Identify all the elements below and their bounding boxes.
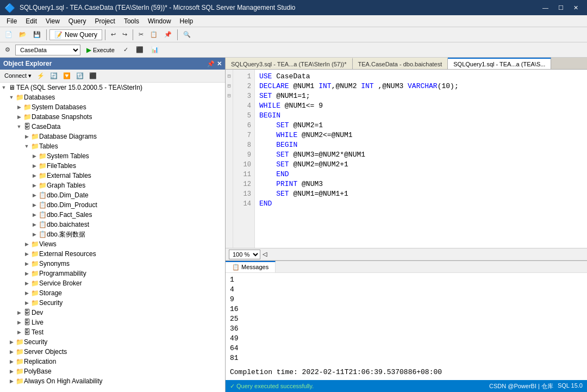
code-line[interactable]: SET @NUM2=1 <box>259 121 583 130</box>
tree-expander[interactable]: ▶ <box>23 271 30 276</box>
code-line[interactable]: DECLARE @NUM1 INT,@NUM2 INT ,@NUM3 VARCH… <box>259 82 583 91</box>
tree-expander[interactable]: ▶ <box>30 173 38 178</box>
menu-item-query[interactable]: Query <box>64 16 91 26</box>
oe-pin-button[interactable]: 📌 <box>207 60 215 67</box>
code-line[interactable]: END <box>259 170 583 179</box>
code-line[interactable]: SET @NUM2=@NUM2+1 <box>259 160 583 170</box>
code-line[interactable]: WHILE @NUM2<=@NUM1 <box>259 130 583 140</box>
tree-expander[interactable]: ▶ <box>30 183 38 188</box>
tree-item[interactable]: ▼🖥TEA (SQL Server 15.0.2000.5 - TEA\Ster… <box>0 83 225 92</box>
menu-item-tools[interactable]: Tools <box>120 16 143 26</box>
code-line[interactable]: USE CaseData <box>259 72 583 82</box>
save-button[interactable]: 💾 <box>30 29 43 41</box>
tree-item[interactable]: ▶📋dbo.Dim_Product <box>0 200 225 210</box>
editor-tab[interactable]: SQLQuery1.sql - TEA...a (TEA\S... <box>448 58 551 69</box>
menu-item-file[interactable]: File <box>2 16 21 26</box>
tree-item[interactable]: ▶📁FileTables <box>0 161 225 171</box>
tree-item[interactable]: ▶📁System Databases <box>0 102 225 112</box>
tree-item[interactable]: ▶📁Security <box>0 298 225 308</box>
tree-expander[interactable]: ▶ <box>15 104 23 110</box>
tree-item[interactable]: ▶🗄Dev <box>0 308 225 318</box>
new-file-button[interactable]: 📄 <box>2 29 15 41</box>
tree-item[interactable]: ▶📁Database Snapshots <box>0 112 225 122</box>
code-line[interactable]: BEGIN <box>259 140 583 150</box>
tree-expander[interactable]: ▶ <box>30 222 38 227</box>
code-editor[interactable]: ⊟ ⊟ ⊟ 1234567891011121314 USE CaseDataDE… <box>226 70 587 248</box>
cut-button[interactable]: ✂ <box>136 29 146 41</box>
tree-expander[interactable]: ▶ <box>30 232 38 237</box>
tree-item[interactable]: ▶📁External Resources <box>0 249 225 259</box>
tree-item[interactable]: ▶📁Security <box>0 337 225 347</box>
sync-button[interactable]: 🔃 <box>74 71 86 80</box>
new-query-button[interactable]: 📝 New Query <box>49 29 102 40</box>
code-line[interactable]: PRINT @NUM3 <box>259 179 583 189</box>
minimize-button[interactable]: — <box>538 3 553 13</box>
filter-button[interactable]: 🔽 <box>61 71 73 80</box>
tree-expander[interactable]: ▶ <box>23 251 30 257</box>
code-line[interactable]: SET @NUM1=@NUM1+1 <box>259 189 583 199</box>
code-line[interactable]: END <box>259 199 583 209</box>
tree-expander[interactable]: ▶ <box>8 378 15 384</box>
tree-expander[interactable]: ▶ <box>15 310 23 315</box>
undo-button[interactable]: ↩ <box>108 29 118 41</box>
execute-button[interactable]: ▶ Execute <box>83 45 118 55</box>
tree-expander[interactable]: ▶ <box>23 261 30 266</box>
tree-expander[interactable]: ▶ <box>8 339 15 345</box>
tree-item[interactable]: ▶📁Programmability <box>0 269 225 278</box>
window-controls[interactable]: — ☐ ✕ <box>538 3 583 13</box>
tree-expander[interactable]: ▼ <box>0 85 8 90</box>
tree-expander[interactable]: ▶ <box>23 290 30 296</box>
code-line[interactable]: SET @NUM3=@NUM2*@NUM1 <box>259 150 583 160</box>
tree-item[interactable]: ▶📁PolyBase <box>0 366 225 376</box>
oe-close-button[interactable]: ✕ <box>217 60 222 67</box>
close-button[interactable]: ✕ <box>569 3 583 13</box>
tree-expander[interactable]: ▶ <box>30 212 38 217</box>
tree-item[interactable]: ▶📁Server Objects <box>0 347 225 357</box>
tree-expander[interactable]: ▶ <box>23 281 30 286</box>
tree-item[interactable]: ▶📁Database Diagrams <box>0 132 225 141</box>
tree-expander[interactable]: ▶ <box>8 349 15 354</box>
menu-item-window[interactable]: Window <box>143 16 176 26</box>
tree-expander[interactable]: ▶ <box>8 359 15 364</box>
tree-item[interactable]: ▼📁Databases <box>0 92 225 102</box>
editor-tab[interactable]: SQLQuery3.sql - TEA...a (TEA\SterIn (57)… <box>226 58 353 69</box>
menu-item-help[interactable]: Help <box>176 16 198 26</box>
tree-item[interactable]: ▶📁External Tables <box>0 171 225 181</box>
connect-button[interactable]: Connect ▾ <box>2 71 34 80</box>
tree-item[interactable]: ▼🗄CaseData <box>0 122 225 132</box>
stop-button[interactable]: ⬛ <box>133 44 146 56</box>
tree-expander[interactable]: ▶ <box>23 300 30 306</box>
tree-expander[interactable]: ▼ <box>8 95 15 100</box>
tree-item[interactable]: ▼📁Tables <box>0 141 225 151</box>
tree-item[interactable]: ▶🗄Test <box>0 327 225 337</box>
tree-expander[interactable]: ▶ <box>30 192 38 198</box>
redo-button[interactable]: ↪ <box>120 29 130 41</box>
tree-item[interactable]: ▶📁Storage <box>0 288 225 298</box>
database-selector[interactable]: CaseData <box>15 45 80 55</box>
object-explorer-tree[interactable]: ▼🖥TEA (SQL Server 15.0.2000.5 - TEA\Ster… <box>0 83 225 392</box>
stop-oe-button[interactable]: ⬛ <box>87 71 99 80</box>
tree-item[interactable]: ▶📁System Tables <box>0 151 225 161</box>
tree-expander[interactable]: ▶ <box>15 320 23 325</box>
tree-expander[interactable]: ▶ <box>30 163 38 169</box>
tree-expander[interactable]: ▼ <box>23 144 30 149</box>
code-line[interactable]: BEGIN <box>259 111 583 121</box>
tree-expander[interactable]: ▶ <box>15 114 23 120</box>
tree-expander[interactable]: ▶ <box>23 241 30 247</box>
tree-item[interactable]: ▶📁Replication <box>0 357 225 366</box>
maximize-button[interactable]: ☐ <box>554 3 568 13</box>
copy-button[interactable]: 📋 <box>147 29 160 41</box>
tree-expander[interactable]: ▶ <box>8 369 15 374</box>
code-line[interactable]: SET @NUM1=1; <box>259 91 583 101</box>
settings-button[interactable]: ⚙ <box>2 44 13 56</box>
menu-item-edit[interactable]: Edit <box>21 16 41 26</box>
parse-button[interactable]: ✓ <box>121 44 131 56</box>
refresh-oe-button[interactable]: 🔄 <box>48 71 60 80</box>
editor-tab[interactable]: TEA.CaseData - dbo.baichatest <box>353 58 448 69</box>
tree-item[interactable]: ▶📋dbo.案例数据 <box>0 229 225 239</box>
paste-button[interactable]: 📌 <box>161 29 174 41</box>
zoom-selector[interactable]: 100 % <box>229 250 260 259</box>
open-button[interactable]: 📂 <box>16 29 29 41</box>
menu-item-project[interactable]: Project <box>91 16 120 26</box>
tree-expander[interactable]: ▶ <box>15 329 23 335</box>
